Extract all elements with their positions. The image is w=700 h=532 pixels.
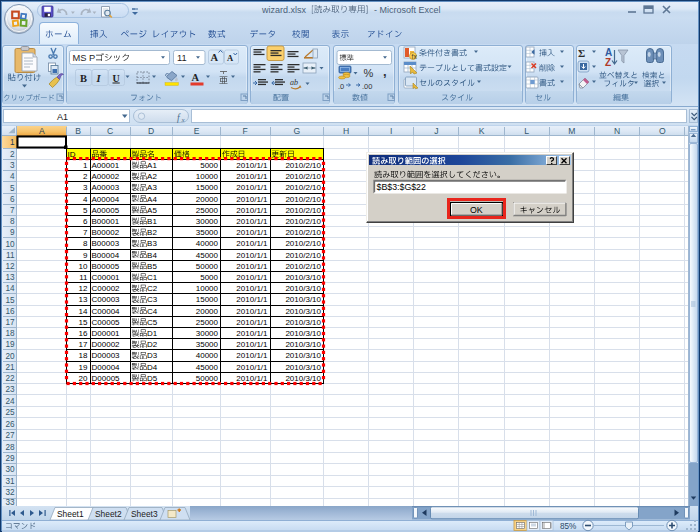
svg-text:B1: B1 bbox=[147, 217, 157, 226]
svg-text:$B$3:$G$22: $B$3:$G$22 bbox=[377, 182, 427, 192]
svg-text:B4: B4 bbox=[147, 251, 157, 260]
svg-text:12: 12 bbox=[79, 284, 88, 293]
svg-text:Sheet2: Sheet2 bbox=[95, 508, 122, 518]
svg-text:5000: 5000 bbox=[200, 273, 218, 282]
svg-text:2010/1/1: 2010/1/1 bbox=[236, 340, 268, 349]
svg-text:C00001: C00001 bbox=[92, 273, 121, 282]
svg-text:40000: 40000 bbox=[196, 239, 219, 248]
svg-text:2010/1/1: 2010/1/1 bbox=[236, 363, 268, 372]
svg-text:A00001: A00001 bbox=[92, 161, 120, 170]
svg-text:C3: C3 bbox=[147, 295, 158, 304]
svg-text:A00004: A00004 bbox=[92, 195, 120, 204]
svg-text:25000: 25000 bbox=[196, 318, 219, 327]
svg-text:85%: 85% bbox=[560, 522, 576, 531]
svg-text:45000: 45000 bbox=[196, 251, 219, 260]
svg-text:16: 16 bbox=[79, 329, 88, 338]
svg-text:9: 9 bbox=[83, 251, 88, 260]
svg-text:2: 2 bbox=[83, 172, 88, 181]
svg-text:A00005: A00005 bbox=[92, 206, 120, 215]
svg-text:15000: 15000 bbox=[196, 295, 219, 304]
svg-text:2010/1/1: 2010/1/1 bbox=[236, 329, 268, 338]
svg-text:5000: 5000 bbox=[200, 161, 218, 170]
svg-text:B2: B2 bbox=[147, 228, 157, 237]
svg-text:5: 5 bbox=[83, 206, 88, 215]
svg-text:15: 15 bbox=[79, 318, 88, 327]
svg-text:A2: A2 bbox=[147, 172, 157, 181]
svg-text:Sheet3: Sheet3 bbox=[131, 508, 158, 518]
svg-text:1: 1 bbox=[83, 161, 88, 170]
svg-text:2010/1/1: 2010/1/1 bbox=[236, 161, 268, 170]
svg-text:C00004: C00004 bbox=[92, 307, 121, 316]
svg-text:2010/1/1: 2010/1/1 bbox=[236, 183, 268, 192]
svg-text:2010/3/10: 2010/3/10 bbox=[285, 284, 321, 293]
svg-text:A5: A5 bbox=[147, 206, 157, 215]
svg-text:2010/1/1: 2010/1/1 bbox=[236, 251, 268, 260]
svg-text:2010/2/10: 2010/2/10 bbox=[285, 183, 321, 192]
svg-text:D5: D5 bbox=[147, 374, 158, 383]
svg-text:45000: 45000 bbox=[196, 363, 219, 372]
svg-text:2010/2/10: 2010/2/10 bbox=[285, 161, 321, 170]
svg-text:D3: D3 bbox=[147, 351, 158, 360]
svg-text:2010/3/10: 2010/3/10 bbox=[285, 307, 321, 316]
svg-text:D00003: D00003 bbox=[92, 351, 121, 360]
svg-text:13: 13 bbox=[79, 295, 88, 304]
svg-text:A00003: A00003 bbox=[92, 183, 120, 192]
svg-text:7: 7 bbox=[83, 228, 88, 237]
svg-text:6: 6 bbox=[83, 217, 88, 226]
svg-text:2010/2/10: 2010/2/10 bbox=[285, 239, 321, 248]
svg-text:2010/1/1: 2010/1/1 bbox=[236, 228, 268, 237]
svg-text:19: 19 bbox=[79, 363, 88, 372]
svg-text:C4: C4 bbox=[147, 307, 158, 316]
svg-text:2010/2/10: 2010/2/10 bbox=[285, 195, 321, 204]
svg-text:2010/1/1: 2010/1/1 bbox=[236, 239, 268, 248]
svg-text:2010/3/10: 2010/3/10 bbox=[285, 318, 321, 327]
svg-text:2010/3/10: 2010/3/10 bbox=[285, 340, 321, 349]
svg-text:2010/2/10: 2010/2/10 bbox=[285, 206, 321, 215]
svg-text:10000: 10000 bbox=[196, 172, 219, 181]
svg-text:A1: A1 bbox=[147, 161, 157, 170]
svg-text:C00002: C00002 bbox=[92, 284, 121, 293]
svg-text:2010/1/1: 2010/1/1 bbox=[236, 195, 268, 204]
svg-text:2010/1/1: 2010/1/1 bbox=[236, 273, 268, 282]
svg-text:2010/1/1: 2010/1/1 bbox=[236, 351, 268, 360]
svg-text:30000: 30000 bbox=[196, 217, 219, 226]
svg-text:C5: C5 bbox=[147, 318, 158, 327]
svg-text:30000: 30000 bbox=[196, 329, 219, 338]
svg-text:2010/2/10: 2010/2/10 bbox=[285, 251, 321, 260]
svg-text:A3: A3 bbox=[147, 183, 157, 192]
svg-text:20000: 20000 bbox=[196, 307, 219, 316]
svg-text:25000: 25000 bbox=[196, 206, 219, 215]
svg-text:14: 14 bbox=[79, 307, 88, 316]
svg-text:C00003: C00003 bbox=[92, 295, 121, 304]
svg-text:2010/3/10: 2010/3/10 bbox=[285, 374, 321, 383]
svg-text:2010/2/10: 2010/2/10 bbox=[285, 217, 321, 226]
svg-text:2010/3/10: 2010/3/10 bbox=[285, 351, 321, 360]
svg-text:35000: 35000 bbox=[196, 228, 219, 237]
svg-text:2010/3/10: 2010/3/10 bbox=[285, 363, 321, 372]
svg-text:2010/1/1: 2010/1/1 bbox=[236, 307, 268, 316]
svg-text:D00001: D00001 bbox=[92, 329, 121, 338]
svg-text:2010/3/10: 2010/3/10 bbox=[285, 273, 321, 282]
svg-text:10000: 10000 bbox=[196, 284, 219, 293]
svg-text:11: 11 bbox=[79, 273, 88, 282]
svg-text:35000: 35000 bbox=[196, 340, 219, 349]
svg-text:2010/1/1: 2010/1/1 bbox=[236, 217, 268, 226]
svg-text:2010/2/10: 2010/2/10 bbox=[285, 172, 321, 181]
svg-text:B5: B5 bbox=[147, 262, 157, 271]
svg-text:D00004: D00004 bbox=[92, 363, 121, 372]
svg-text:C1: C1 bbox=[147, 273, 158, 282]
svg-text:20: 20 bbox=[79, 374, 88, 383]
svg-text:2010/2/10: 2010/2/10 bbox=[285, 262, 321, 271]
svg-text:2010/1/1: 2010/1/1 bbox=[236, 262, 268, 271]
svg-text:2010/1/1: 2010/1/1 bbox=[236, 374, 268, 383]
svg-text:C00005: C00005 bbox=[92, 318, 121, 327]
svg-text:17: 17 bbox=[79, 340, 88, 349]
svg-text:2010/1/1: 2010/1/1 bbox=[236, 318, 268, 327]
svg-text:B3: B3 bbox=[147, 239, 157, 248]
svg-text:2010/1/1: 2010/1/1 bbox=[236, 206, 268, 215]
svg-text:D00002: D00002 bbox=[92, 340, 121, 349]
svg-text:B00002: B00002 bbox=[92, 228, 120, 237]
svg-text:B00004: B00004 bbox=[92, 251, 120, 260]
svg-text:B00001: B00001 bbox=[92, 217, 120, 226]
svg-text:D2: D2 bbox=[147, 340, 158, 349]
